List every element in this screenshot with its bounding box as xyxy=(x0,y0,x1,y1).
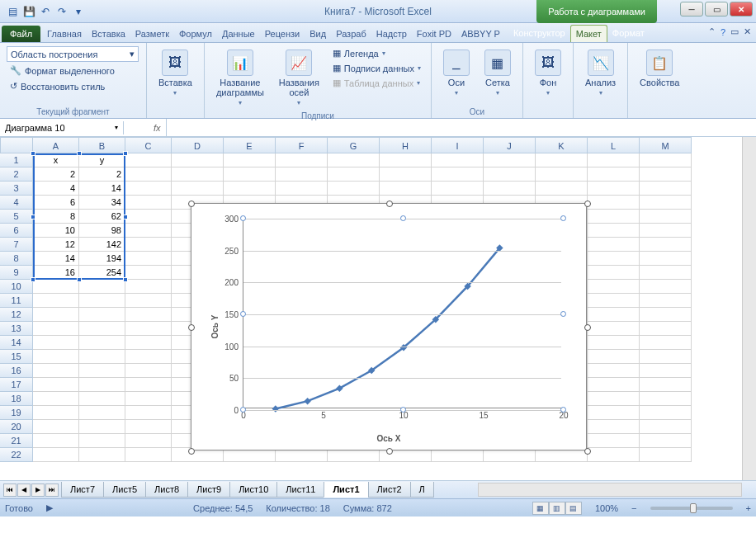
cell[interactable] xyxy=(79,378,125,392)
column-header[interactable]: I xyxy=(432,137,484,153)
fx-icon[interactable]: fx xyxy=(149,119,167,136)
cell[interactable] xyxy=(640,308,692,322)
cell[interactable] xyxy=(79,294,125,308)
legend-button[interactable]: ▦ Легенда xyxy=(329,46,424,60)
tab-Формул[interactable]: Формул xyxy=(174,26,217,42)
cell[interactable] xyxy=(640,364,692,378)
cell[interactable] xyxy=(640,196,692,210)
cell[interactable] xyxy=(125,434,172,448)
cell[interactable] xyxy=(640,350,692,364)
cell[interactable] xyxy=(33,308,79,322)
sheet-nav-first[interactable]: ⏮ xyxy=(3,483,17,497)
cell[interactable] xyxy=(588,196,640,210)
chart-object[interactable]: Ось Y Ось X 05010015020025030005101520 xyxy=(191,203,587,450)
cell[interactable]: 8 xyxy=(33,210,79,224)
cell[interactable] xyxy=(276,153,328,167)
cell[interactable] xyxy=(588,153,640,167)
row-header[interactable]: 21 xyxy=(0,434,33,448)
cell[interactable] xyxy=(640,336,692,350)
row-header[interactable]: 7 xyxy=(0,238,33,252)
tab-Главная[interactable]: Главная xyxy=(42,26,87,42)
cell[interactable]: y xyxy=(79,153,125,167)
row-header[interactable]: 16 xyxy=(0,364,33,378)
cell[interactable] xyxy=(588,420,640,434)
cell[interactable] xyxy=(432,167,484,182)
tab-Вид[interactable]: Вид xyxy=(305,26,331,42)
cell[interactable] xyxy=(79,420,125,434)
y-axis-label[interactable]: Ось Y xyxy=(210,315,220,339)
column-header[interactable]: D xyxy=(172,137,224,153)
tab-Надстр[interactable]: Надстр xyxy=(371,26,412,42)
cell[interactable] xyxy=(79,336,125,350)
cell[interactable] xyxy=(79,280,125,294)
cell[interactable]: 10 xyxy=(33,224,79,238)
plot-area[interactable]: 05010015020025030005101520 xyxy=(243,219,561,408)
column-header[interactable]: C xyxy=(125,137,172,153)
cell[interactable] xyxy=(484,167,536,182)
cell[interactable]: 194 xyxy=(79,252,125,266)
view-normal-icon[interactable]: ▦ xyxy=(532,502,549,515)
cell[interactable] xyxy=(588,167,640,182)
axes-button[interactable]: ⎯Оси xyxy=(438,46,475,100)
tab-Разраб[interactable]: Разраб xyxy=(331,26,371,42)
maximize-button[interactable]: ▭ xyxy=(705,2,728,17)
cell[interactable] xyxy=(224,153,276,167)
column-header[interactable]: L xyxy=(588,137,640,153)
background-button[interactable]: 🖼Фон xyxy=(530,46,566,100)
row-header[interactable]: 15 xyxy=(0,350,33,364)
column-header[interactable]: B xyxy=(79,137,125,153)
cell[interactable]: x xyxy=(33,153,79,167)
cell[interactable] xyxy=(33,448,79,462)
cell[interactable] xyxy=(432,153,484,167)
cell[interactable] xyxy=(588,266,640,280)
column-header[interactable]: F xyxy=(276,137,328,153)
cell[interactable] xyxy=(432,182,484,196)
cell[interactable] xyxy=(33,420,79,434)
cell[interactable] xyxy=(33,392,79,406)
tab-Данные[interactable]: Данные xyxy=(217,26,260,42)
cell[interactable] xyxy=(276,182,328,196)
cell[interactable] xyxy=(328,153,380,167)
tab-Конструктор[interactable]: Конструктор xyxy=(508,25,570,42)
resize-handle[interactable] xyxy=(386,200,393,207)
cell[interactable] xyxy=(380,167,432,182)
cell[interactable] xyxy=(33,378,79,392)
column-header[interactable]: G xyxy=(328,137,380,153)
cell[interactable] xyxy=(640,266,692,280)
zoom-slider[interactable] xyxy=(650,507,733,510)
cell[interactable]: 62 xyxy=(79,210,125,224)
zoom-level[interactable]: 100% xyxy=(595,503,618,513)
cell[interactable] xyxy=(588,448,640,462)
cell[interactable] xyxy=(588,252,640,266)
horizontal-scrollbar[interactable] xyxy=(478,483,742,497)
cell[interactable] xyxy=(640,392,692,406)
resize-handle[interactable] xyxy=(188,448,195,455)
cell[interactable] xyxy=(640,420,692,434)
resize-handle[interactable] xyxy=(188,200,195,207)
cell[interactable] xyxy=(536,153,588,167)
cell[interactable] xyxy=(125,322,172,336)
sheet-nav-prev[interactable]: ◀ xyxy=(17,483,31,497)
cell[interactable] xyxy=(125,210,172,224)
zoom-in-button[interactable]: + xyxy=(746,503,751,513)
tab-file[interactable]: Файл xyxy=(2,26,40,42)
row-header[interactable]: 3 xyxy=(0,182,33,196)
cell[interactable] xyxy=(640,252,692,266)
cell[interactable] xyxy=(224,182,276,196)
tab-Вставка[interactable]: Вставка xyxy=(87,26,130,42)
qat-more-icon[interactable]: ▾ xyxy=(71,4,86,19)
cell[interactable] xyxy=(79,350,125,364)
row-header[interactable]: 19 xyxy=(0,406,33,420)
tab-Разметк[interactable]: Разметк xyxy=(130,26,174,42)
cell[interactable] xyxy=(125,350,172,364)
row-header[interactable]: 8 xyxy=(0,252,33,266)
cell[interactable] xyxy=(484,153,536,167)
cell[interactable] xyxy=(125,448,172,462)
cell[interactable] xyxy=(640,406,692,420)
tab-Формат[interactable]: Формат xyxy=(607,25,650,42)
cell[interactable] xyxy=(172,153,224,167)
cell[interactable] xyxy=(380,182,432,196)
cell[interactable] xyxy=(640,434,692,448)
cell[interactable] xyxy=(125,167,172,182)
column-header[interactable]: E xyxy=(224,137,276,153)
